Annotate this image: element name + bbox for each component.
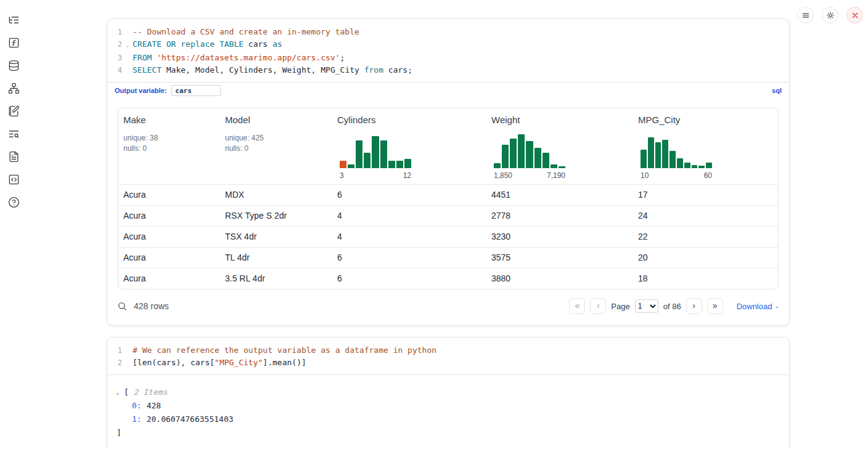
histogram-min-label: 10 — [641, 171, 649, 180]
gear-icon — [826, 11, 835, 20]
histogram-bar — [364, 153, 371, 168]
page-label: Page — [611, 302, 629, 311]
histogram-bar — [388, 161, 395, 168]
line-number: 2 — [107, 38, 122, 52]
search-icon — [117, 301, 127, 311]
histogram-bar — [692, 165, 698, 168]
page-of-label: of 86 — [663, 302, 681, 311]
table-cell: 3575 — [486, 248, 633, 268]
functions-icon[interactable] — [7, 36, 20, 49]
download-label: Download — [737, 302, 772, 311]
menu-button[interactable] — [797, 7, 814, 23]
dependency-graph-icon[interactable] — [7, 82, 20, 94]
table-cell: 6 — [332, 248, 486, 268]
histogram-bar — [698, 166, 705, 168]
column-name: Weight — [491, 115, 628, 125]
histogram-min-label: 3 — [340, 171, 344, 180]
close-icon — [851, 11, 859, 20]
chevron-down-icon: ⌄ — [774, 304, 779, 309]
histogram-bar — [669, 151, 676, 168]
settings-button[interactable] — [822, 7, 838, 23]
code-line: 4SELECT Make, Model, Cylinders, Weight, … — [107, 64, 789, 76]
code-line: 2[len(cars), cars["MPG_City"].mean()] — [107, 357, 789, 369]
code-text: SELECT Make, Model, Cylinders, Weight, M… — [133, 64, 412, 76]
file-tree-icon[interactable] — [7, 14, 20, 26]
python-output: ⌄ [ 2 Items 0:4281:20.060747663551403 ] — [107, 374, 789, 449]
output-variable-input[interactable] — [171, 85, 221, 96]
tree-item: 0:428 — [107, 399, 789, 413]
tree-root-row: ⌄ [ 2 Items — [107, 386, 789, 399]
line-number: 1 — [107, 26, 122, 38]
line-number: 3 — [107, 52, 122, 64]
histogram-max-label: 7,190 — [547, 171, 565, 180]
line-number: 4 — [107, 64, 122, 76]
output-variable-label: Output variable: — [115, 87, 166, 94]
search-rows-button[interactable] — [117, 301, 127, 311]
sql-code-editor[interactable]: 1-- Download a CSV and create an in-memo… — [107, 19, 789, 82]
column-header-weight: Weight1,8507,190 — [486, 108, 633, 184]
table-cell: 4 — [332, 206, 486, 226]
fold-gutter — [122, 26, 133, 38]
column-histogram[interactable] — [340, 134, 411, 168]
fold-gutter — [122, 64, 133, 76]
snippets-icon[interactable] — [7, 173, 20, 185]
table-cell: Acura — [118, 206, 220, 226]
python-code-editor[interactable]: 1# We can reference the output variable … — [107, 338, 789, 374]
column-header-mpg_city: MPG_City1060 — [633, 108, 778, 184]
prev-page-button[interactable]: ‹ — [590, 298, 606, 314]
table-cell: 3230 — [486, 227, 633, 247]
code-line: 3FROM 'https://datasets.marimo.app/cars.… — [107, 52, 789, 64]
table-header-row: Makeunique: 38nulls: 0Modelunique: 425nu… — [118, 108, 778, 184]
code-text: [len(cars), cars["MPG_City"].mean()] — [133, 357, 306, 369]
table-body: AcuraMDX6445117AcuraRSX Type S 2dr427782… — [118, 184, 778, 289]
code-line: 2⌄CREATE OR replace TABLE cars as — [107, 38, 789, 52]
histogram-bar — [684, 163, 690, 168]
tree-item-key: 0: — [132, 401, 142, 410]
last-page-button[interactable]: » — [707, 298, 723, 314]
table-cell: 4451 — [486, 185, 633, 205]
pagination: « ‹ Page 1 of 86 › » Download ⌄ — [569, 298, 779, 314]
documentation-icon[interactable] — [7, 150, 20, 163]
column-histogram[interactable] — [641, 134, 712, 168]
table-cell: 6 — [332, 269, 486, 289]
chevron-down-icon[interactable]: ⌄ — [116, 386, 124, 399]
fold-gutter — [122, 344, 133, 357]
histogram-bar — [380, 140, 387, 168]
fold-chevron-icon[interactable]: ⌄ — [122, 38, 133, 52]
scratchpad-icon[interactable] — [7, 105, 20, 117]
table-row: AcuraTL 4dr6357520 — [118, 247, 778, 268]
help-icon[interactable] — [7, 196, 20, 208]
code-text: CREATE OR replace TABLE cars as — [133, 38, 282, 52]
tree-items: 0:4281:20.060747663551403 — [107, 399, 789, 426]
column-stat: unique: 38 — [123, 133, 215, 144]
language-badge: sql — [772, 87, 782, 94]
tree-item: 1:20.060747663551403 — [107, 413, 789, 426]
column-header-make: Makeunique: 38nulls: 0 — [118, 108, 220, 184]
table-row: AcuraTSX 4dr4323022 — [118, 226, 778, 247]
histogram-bar — [551, 164, 557, 168]
database-icon[interactable] — [7, 59, 20, 71]
histogram-bar — [518, 134, 525, 168]
download-button[interactable]: Download ⌄ — [737, 302, 779, 311]
row-count: 428 rows — [134, 301, 169, 311]
page-select[interactable]: 1 — [635, 299, 658, 313]
table-cell: 6 — [332, 185, 486, 205]
column-histogram[interactable] — [494, 134, 565, 168]
logs-icon[interactable] — [7, 127, 20, 140]
line-number: 2 — [107, 357, 122, 369]
histogram-bar — [494, 163, 501, 168]
sidebar — [0, 0, 27, 449]
histogram-bar — [396, 161, 403, 168]
column-header-cylinders: Cylinders312 — [332, 108, 486, 184]
table-cell: 22 — [633, 227, 778, 247]
fold-gutter — [122, 52, 133, 64]
histogram-min-label: 1,850 — [494, 171, 512, 180]
histogram-bar — [340, 161, 346, 168]
next-page-button[interactable]: › — [686, 298, 702, 314]
first-page-button[interactable]: « — [569, 298, 585, 314]
table-row: Acura3.5 RL 4dr6388018 — [118, 268, 778, 289]
tree-item-count: 2 Items — [134, 386, 168, 399]
table-footer: 428 rows « ‹ Page 1 of 86 › » Download ⌄ — [107, 289, 789, 325]
histogram-bar — [372, 136, 379, 168]
shutdown-button[interactable] — [846, 7, 863, 23]
